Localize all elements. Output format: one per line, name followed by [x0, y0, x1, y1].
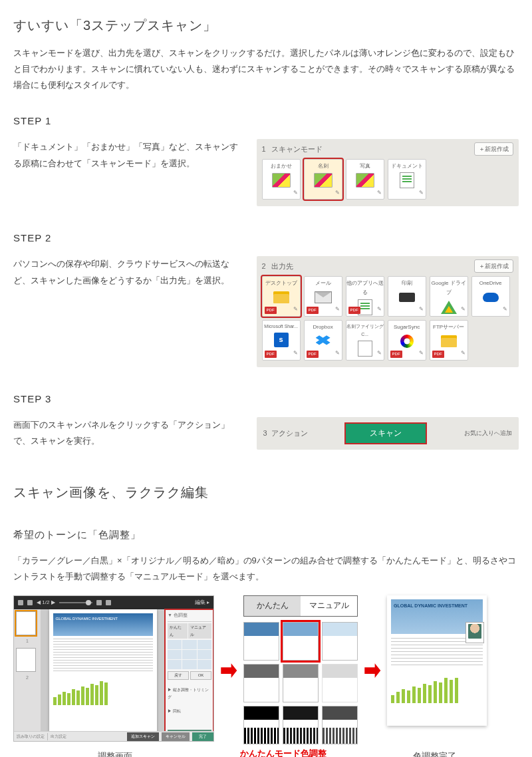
card-gdrive[interactable]: Google ドライブ✎ — [430, 276, 468, 317]
cancel-button[interactable]: キャンセル — [162, 732, 190, 741]
add-scan-button[interactable]: 追加スキャン — [127, 732, 159, 741]
edit-icon: ✎ — [293, 188, 298, 198]
card-dropbox[interactable]: DropboxPDF✎ — [304, 320, 342, 361]
thumb-2[interactable] — [16, 648, 36, 672]
card-omakase[interactable]: おまかせ✎ — [262, 159, 301, 200]
tab-easy[interactable]: かんたん — [168, 623, 188, 639]
caption-mode: かんたんモード色調整（カラー×明るめ） — [217, 748, 350, 757]
new-mode-button[interactable]: ＋新規作成 — [474, 142, 513, 156]
scanmode-title: スキャンモード — [271, 145, 323, 153]
tab-manual[interactable]: マニュアル — [301, 596, 357, 616]
step3-text: 画面下のスキャンパネルをクリックする「アクション」で、スキャンを実行。 — [13, 417, 246, 450]
done-button[interactable]: 完了 — [192, 732, 213, 741]
preset-6[interactable] — [322, 664, 358, 702]
step1-label: STEP 1 — [13, 112, 519, 130]
caption-result: 色調整完了 — [350, 748, 519, 757]
preset-2[interactable] — [283, 622, 319, 661]
color-mode-grid: かんたん マニュアル — [243, 595, 358, 744]
edit-icon: ✎ — [419, 188, 424, 198]
card-photo[interactable]: 写真✎ — [346, 159, 384, 200]
add-favorite[interactable]: お気に入りへ追加 — [464, 428, 512, 438]
tab-manual[interactable]: マニュアル — [188, 623, 211, 639]
onedrive-icon — [483, 293, 499, 302]
photo-icon — [356, 173, 374, 188]
link-trim[interactable]: ▶ 縦き調整・トリミング — [168, 686, 211, 701]
card-ftp[interactable]: FTPサーバーPDF✎ — [430, 320, 468, 361]
link-rotate[interactable]: ▶ 回転 — [168, 708, 211, 715]
printer-icon — [399, 293, 415, 302]
card-sugarsync[interactable]: SugarSyncPDF✎ — [388, 320, 426, 361]
card-mail[interactable]: メールPDF✎ — [304, 276, 342, 317]
card-meishi[interactable]: 名刺✎ — [304, 159, 342, 200]
zoom-slider[interactable] — [59, 602, 92, 603]
tab-kantan[interactable]: かんたん — [244, 596, 301, 616]
bizcard-icon — [358, 341, 372, 357]
document-icon — [400, 172, 414, 188]
caption-editor: 調整画面 — [13, 748, 217, 757]
card-desktop[interactable]: デスクトップPDF✎ — [262, 276, 301, 317]
card-icon — [314, 173, 332, 188]
thumb-1[interactable] — [16, 611, 36, 635]
edit-icon: ✎ — [377, 188, 382, 198]
photo-icon — [272, 173, 291, 188]
gdrive-icon — [441, 301, 457, 314]
ok-button[interactable]: OK — [190, 671, 211, 680]
editor-toolbar: ◀ 1/2 ▶ 編集 ▸ — [14, 596, 213, 609]
arrow-icon: ➡ — [364, 647, 381, 692]
pdf-badge: PDF — [265, 307, 277, 314]
subtitle: 希望のトーンに「色調整」 — [13, 526, 519, 543]
edit-icon: ✎ — [335, 188, 340, 198]
title-1: すいすい「3ステップスキャン」 — [13, 13, 519, 37]
color-adjust-pane: ▼ 色調整 かんたんマニュアル 戻すOK ▶ 縦き調整・トリミング ▶ 回転 初… — [165, 609, 213, 732]
mail-icon — [315, 291, 332, 303]
preset-3[interactable] — [322, 622, 358, 661]
title-2: スキャン画像を、ラクラク編集 — [13, 480, 519, 504]
arrow-icon: ➡ — [220, 647, 237, 692]
editor-screenshot: ◀ 1/2 ▶ 編集 ▸ 1 2 GLOBAL DYNAMIC INVESTME… — [13, 595, 214, 742]
card-bizcard[interactable]: 名刺ファイリングC...✎ — [346, 320, 384, 361]
folder-icon — [273, 291, 289, 303]
avatar — [466, 622, 484, 643]
dropbox-icon — [316, 335, 331, 347]
thumbnail-column: 1 2 — [14, 609, 41, 732]
preset-4[interactable] — [243, 664, 279, 702]
sharepoint-icon: s — [274, 333, 289, 347]
new-output-button[interactable]: ＋新規作成 — [474, 259, 513, 273]
step2-text: パソコンへの保存や印刷、クラウドサービスへの転送など、スキャンした画像をどうする… — [13, 256, 246, 367]
intro-text: スキャンモードを選び、出力先を選び、スキャンをクリックするだけ。選択したパネルは… — [13, 45, 519, 93]
step3-label: STEP 3 — [13, 390, 519, 408]
sugarsync-icon — [400, 335, 414, 348]
back-button[interactable]: 戻す — [168, 671, 189, 680]
preset-5[interactable] — [283, 664, 319, 702]
step1-text: 「ドキュメント」「おまかせ」「写真」など、スキャンする原稿に合わせて「スキャンモ… — [13, 139, 246, 206]
preset-8[interactable] — [283, 706, 319, 744]
preset-7[interactable] — [243, 706, 279, 744]
card-otherapp[interactable]: 他のアプリへ送るPDF✎ — [346, 276, 384, 317]
scan-button[interactable]: スキャン — [346, 424, 426, 444]
desc-2: 「カラー／グレー／白黒」×「オリジナル／明るめ／暗め」の9パターンの組み合せで調… — [13, 553, 519, 585]
preset-9[interactable] — [322, 706, 358, 744]
card-document[interactable]: ドキュメント✎ — [388, 159, 426, 200]
card-sharepoint[interactable]: Microsoft Shar...sPDF✎ — [262, 320, 301, 361]
preset-1[interactable] — [243, 622, 279, 661]
card-print[interactable]: 印刷✎ — [388, 276, 426, 317]
result-preview: GLOBAL DYNAMIC INVESTMENT — [387, 595, 487, 726]
action-panel: 3アクション スキャン お気に入りへ追加 — [257, 417, 519, 450]
folder-icon — [441, 335, 457, 347]
action-title: 3アクション — [263, 427, 308, 440]
output-panel: 2出力先 ＋新規作成 デスクトップPDF✎ メールPDF✎ 他のアプリへ送るPD… — [257, 256, 519, 367]
output-title: 出力先 — [271, 262, 293, 270]
card-onedrive[interactable]: OneDrive✎ — [471, 276, 510, 317]
scanmode-panel: 1スキャンモード ＋新規作成 おまかせ✎ 名刺✎ 写真✎ ドキュメント✎ — [257, 139, 519, 206]
step2-label: STEP 2 — [13, 229, 519, 247]
document-preview: GLOBAL DYNAMIC INVESTMENT — [49, 609, 157, 732]
